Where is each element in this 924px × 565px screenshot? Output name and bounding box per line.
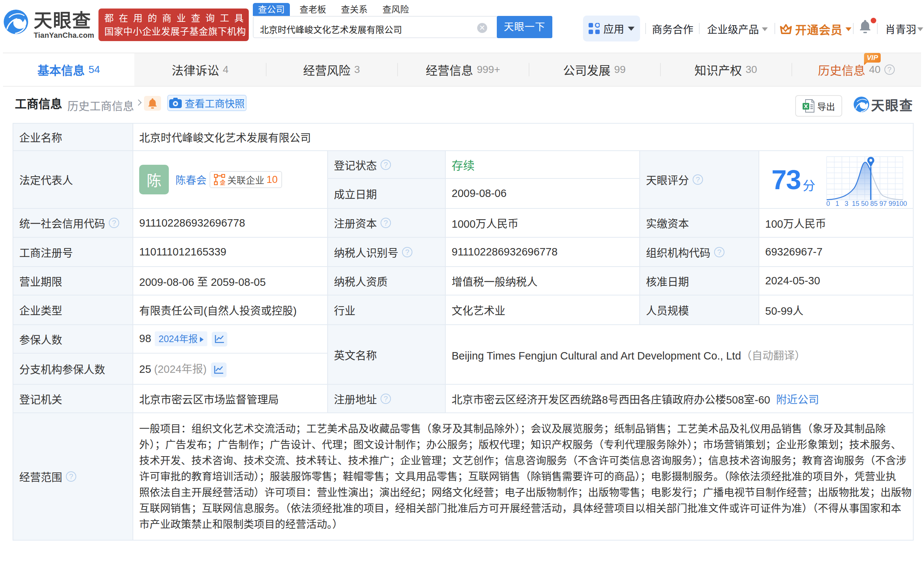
svg-text:0: 0	[826, 200, 830, 207]
svg-text:97: 97	[880, 200, 887, 207]
svg-text:1: 1	[836, 200, 839, 207]
svg-text:85: 85	[870, 200, 878, 207]
svg-text:3: 3	[845, 200, 849, 207]
svg-text:15: 15	[852, 200, 859, 207]
svg-text:50: 50	[861, 200, 868, 207]
svg-text:100: 100	[896, 200, 907, 207]
svg-text:企: 企	[219, 179, 225, 185]
svg-text:99: 99	[888, 200, 896, 207]
